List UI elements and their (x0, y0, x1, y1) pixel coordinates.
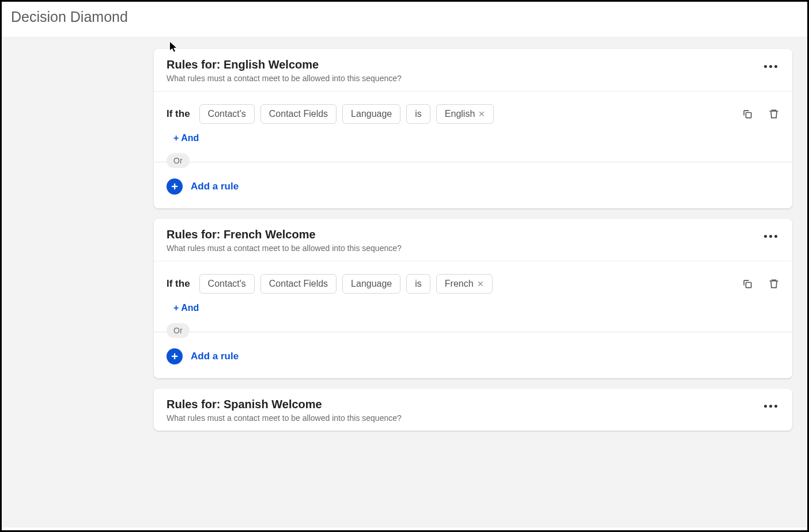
card-header: Rules for: Spanish Welcome What rules mu… (154, 389, 792, 431)
page-title: Decision Diamond (11, 9, 798, 25)
card-subtitle: What rules must a contact meet to be all… (167, 74, 402, 83)
pill-operator[interactable]: is (406, 274, 430, 294)
card-header: Rules for: French Welcome What rules mus… (154, 219, 792, 261)
card-menu-button[interactable] (762, 58, 780, 75)
remove-value-icon[interactable]: ✕ (478, 109, 485, 119)
delete-rule-button[interactable] (768, 108, 780, 120)
pill-subject[interactable]: Contact's (199, 104, 255, 124)
rule-card-english: Rules for: English Welcome What rules mu… (154, 49, 792, 208)
or-divider: Or (154, 162, 792, 162)
add-rule-row: Add a rule (154, 162, 792, 208)
rule-condition-row: If the Contact's Contact Fields Language… (154, 92, 792, 124)
or-pill: Or (167, 323, 190, 338)
duplicate-rule-button[interactable] (742, 278, 753, 290)
if-the-label: If the (167, 108, 190, 120)
add-rule-label[interactable]: Add a rule (191, 351, 239, 362)
card-menu-button[interactable] (762, 398, 780, 415)
pill-field[interactable]: Language (342, 274, 400, 294)
pill-field[interactable]: Language (342, 104, 400, 124)
app-frame: Decision Diamond Rules for: English Welc… (0, 0, 809, 532)
card-header-text: Rules for: French Welcome What rules mus… (167, 228, 402, 253)
add-and-condition[interactable]: + And (154, 294, 792, 332)
pill-category[interactable]: Contact Fields (260, 104, 337, 124)
add-rule-row: Add a rule (154, 332, 792, 378)
canvas-area: Rules for: English Welcome What rules mu… (2, 37, 807, 527)
pill-value[interactable]: French✕ (436, 274, 493, 294)
rule-card-french: Rules for: French Welcome What rules mus… (154, 219, 792, 378)
remove-value-icon[interactable]: ✕ (477, 279, 484, 288)
card-title: Rules for: French Welcome (167, 228, 402, 241)
or-pill: Or (167, 153, 190, 168)
add-and-condition[interactable]: + And (154, 124, 792, 162)
duplicate-rule-button[interactable] (742, 108, 753, 120)
add-rule-icon[interactable] (167, 178, 183, 195)
row-actions (742, 108, 780, 120)
add-rule-label[interactable]: Add a rule (191, 181, 239, 192)
pill-value[interactable]: English✕ (436, 104, 494, 124)
page-header: Decision Diamond (2, 2, 807, 37)
pill-subject[interactable]: Contact's (199, 274, 255, 294)
svg-rect-0 (746, 113, 751, 118)
card-header-text: Rules for: English Welcome What rules mu… (167, 58, 402, 83)
delete-rule-button[interactable] (768, 278, 780, 290)
row-actions (742, 278, 780, 290)
rule-card-spanish: Rules for: Spanish Welcome What rules mu… (154, 389, 792, 431)
card-title: Rules for: English Welcome (167, 58, 402, 71)
card-title: Rules for: Spanish Welcome (167, 398, 402, 411)
if-the-label: If the (167, 278, 190, 290)
card-header-text: Rules for: Spanish Welcome What rules mu… (167, 398, 402, 423)
card-subtitle: What rules must a contact meet to be all… (167, 413, 402, 423)
cards-column: Rules for: English Welcome What rules mu… (154, 49, 792, 431)
card-subtitle: What rules must a contact meet to be all… (167, 244, 402, 253)
pill-category[interactable]: Contact Fields (260, 274, 337, 294)
rule-condition-row: If the Contact's Contact Fields Language… (154, 261, 792, 294)
svg-rect-1 (746, 283, 751, 288)
card-menu-button[interactable] (762, 228, 780, 245)
add-rule-icon[interactable] (167, 348, 183, 364)
or-divider: Or (154, 332, 792, 332)
pill-operator[interactable]: is (406, 104, 430, 124)
card-header: Rules for: English Welcome What rules mu… (154, 49, 792, 92)
